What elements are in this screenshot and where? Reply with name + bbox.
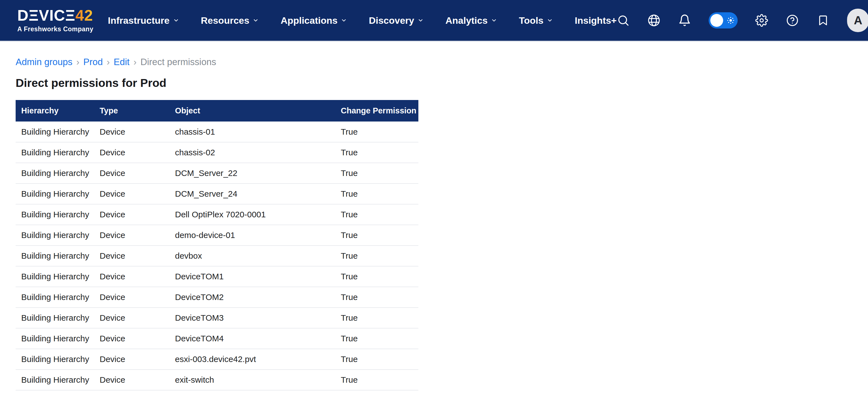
chevron-down-icon bbox=[341, 17, 347, 24]
logo-subtitle: A Freshworks Company bbox=[17, 25, 93, 33]
bookmark-button[interactable] bbox=[816, 14, 830, 27]
cell-hierarchy: Building Hierarchy bbox=[16, 163, 94, 183]
language-button[interactable] bbox=[647, 14, 661, 27]
cell-type: Device bbox=[94, 349, 169, 370]
help-icon bbox=[786, 14, 799, 27]
gear-icon bbox=[755, 14, 768, 27]
logo-text-accent: 42 bbox=[75, 7, 93, 24]
cell-hierarchy: Building Hierarchy bbox=[16, 287, 94, 308]
search-icon bbox=[617, 14, 630, 27]
cell-change-permission: True bbox=[335, 225, 418, 246]
cell-object: devbox bbox=[169, 246, 335, 266]
cell-type: Device bbox=[94, 266, 169, 287]
logo-text-main: DΞVICΞ bbox=[17, 7, 75, 24]
cell-change-permission: True bbox=[335, 246, 418, 266]
breadcrumb-current: Direct permissions bbox=[141, 56, 216, 67]
nav-item-label: Applications bbox=[280, 15, 337, 26]
permissions-table-body: Building HierarchyDevicechassis-01TrueBu… bbox=[16, 121, 418, 390]
breadcrumb: Admin groups › Prod › Edit › Direct perm… bbox=[16, 56, 852, 67]
cell-hierarchy: Building Hierarchy bbox=[16, 183, 94, 204]
cell-type: Device bbox=[94, 287, 169, 308]
avatar-letter: A bbox=[854, 14, 862, 27]
breadcrumb-separator: › bbox=[76, 56, 80, 67]
cell-object: exit-switch bbox=[169, 370, 335, 390]
breadcrumb-separator: › bbox=[106, 56, 110, 67]
table-row: Building HierarchyDevicechassis-02True bbox=[16, 142, 418, 163]
nav-icon-cluster: A bbox=[617, 9, 868, 32]
cell-type: Device bbox=[94, 204, 169, 225]
nav-item-tools[interactable]: Tools bbox=[519, 15, 553, 26]
search-button[interactable] bbox=[617, 14, 630, 27]
cell-hierarchy: Building Hierarchy bbox=[16, 349, 94, 370]
cell-type: Device bbox=[94, 163, 169, 183]
cell-object: DeviceTOM1 bbox=[169, 266, 335, 287]
table-row: Building HierarchyDeviceDCM_Server_24Tru… bbox=[16, 183, 418, 204]
user-avatar[interactable]: A bbox=[847, 9, 868, 32]
bell-icon bbox=[678, 14, 691, 27]
cell-type: Device bbox=[94, 225, 169, 246]
cell-change-permission: True bbox=[335, 142, 418, 163]
cell-change-permission: True bbox=[335, 308, 418, 328]
breadcrumb-link-prod[interactable]: Prod bbox=[84, 56, 103, 67]
cell-change-permission: True bbox=[335, 183, 418, 204]
nav-item-applications[interactable]: Applications bbox=[280, 15, 347, 26]
breadcrumb-separator: › bbox=[133, 56, 136, 67]
cell-change-permission: True bbox=[335, 163, 418, 183]
cell-object: DeviceTOM2 bbox=[169, 287, 335, 308]
help-button[interactable] bbox=[786, 14, 799, 27]
cell-type: Device bbox=[94, 308, 169, 328]
nav-item-resources[interactable]: Resources bbox=[201, 15, 259, 26]
cell-hierarchy: Building Hierarchy bbox=[16, 225, 94, 246]
column-header-hierarchy: Hierarchy bbox=[16, 100, 94, 121]
cell-object: DeviceTOM4 bbox=[169, 328, 335, 349]
cell-hierarchy: Building Hierarchy bbox=[16, 121, 94, 142]
table-row: Building HierarchyDeviceDeviceTOM3True bbox=[16, 308, 418, 328]
cell-type: Device bbox=[94, 183, 169, 204]
nav-item-label: Insights+ bbox=[575, 15, 617, 26]
table-row: Building HierarchyDeviceDeviceTOM2True bbox=[16, 287, 418, 308]
cell-type: Device bbox=[94, 328, 169, 349]
settings-button[interactable] bbox=[755, 14, 768, 27]
cell-object: esxi-003.device42.pvt bbox=[169, 349, 335, 370]
cell-change-permission: True bbox=[335, 204, 418, 225]
globe-icon bbox=[648, 14, 660, 27]
cell-hierarchy: Building Hierarchy bbox=[16, 370, 94, 390]
nav-item-discovery[interactable]: Discovery bbox=[369, 15, 424, 26]
device42-logo[interactable]: DΞVICΞ42 A Freshworks Company bbox=[17, 8, 93, 33]
cell-object: DCM_Server_24 bbox=[169, 183, 335, 204]
nav-item-infrastructure[interactable]: Infrastructure bbox=[108, 15, 179, 26]
page-title: Direct permissions for Prod bbox=[16, 76, 852, 90]
cell-hierarchy: Building Hierarchy bbox=[16, 246, 94, 266]
cell-hierarchy: Building Hierarchy bbox=[16, 266, 94, 287]
table-row: Building HierarchyDeviceDeviceTOM1True bbox=[16, 266, 418, 287]
cell-object: Dell OptiPlex 7020-0001 bbox=[169, 204, 335, 225]
cell-change-permission: True bbox=[335, 370, 418, 390]
permissions-table-header: Hierarchy Type Object Change Permission bbox=[16, 100, 418, 121]
cell-type: Device bbox=[94, 246, 169, 266]
logo-wordmark: DΞVICΞ42 bbox=[17, 8, 93, 23]
cell-change-permission: True bbox=[335, 121, 418, 142]
table-row: Building HierarchyDeviceDCM_Server_22Tru… bbox=[16, 163, 418, 183]
breadcrumb-link-admin-groups[interactable]: Admin groups bbox=[16, 56, 72, 67]
cell-object: chassis-01 bbox=[169, 121, 335, 142]
column-header-object: Object bbox=[169, 100, 335, 121]
cell-hierarchy: Building Hierarchy bbox=[16, 308, 94, 328]
nav-item-insights[interactable]: Insights+ bbox=[575, 15, 617, 26]
chevron-down-icon bbox=[547, 17, 553, 24]
cell-object: DeviceTOM3 bbox=[169, 308, 335, 328]
toggle-knob bbox=[710, 14, 723, 27]
cell-object: demo-device-01 bbox=[169, 225, 335, 246]
nav-item-analytics[interactable]: Analytics bbox=[445, 15, 497, 26]
page-content: Admin groups › Prod › Edit › Direct perm… bbox=[0, 56, 868, 391]
cell-change-permission: True bbox=[335, 287, 418, 308]
theme-toggle[interactable] bbox=[709, 12, 738, 28]
nav-item-label: Discovery bbox=[369, 15, 414, 26]
breadcrumb-link-edit[interactable]: Edit bbox=[114, 56, 129, 67]
notifications-button[interactable] bbox=[678, 14, 691, 27]
main-nav-menu: Infrastructure Resources Applications Di… bbox=[108, 15, 617, 26]
table-row: Building HierarchyDevicechassis-01True bbox=[16, 121, 418, 142]
nav-item-label: Analytics bbox=[445, 15, 488, 26]
cell-change-permission: True bbox=[335, 328, 418, 349]
cell-object: chassis-02 bbox=[169, 142, 335, 163]
cell-type: Device bbox=[94, 370, 169, 390]
